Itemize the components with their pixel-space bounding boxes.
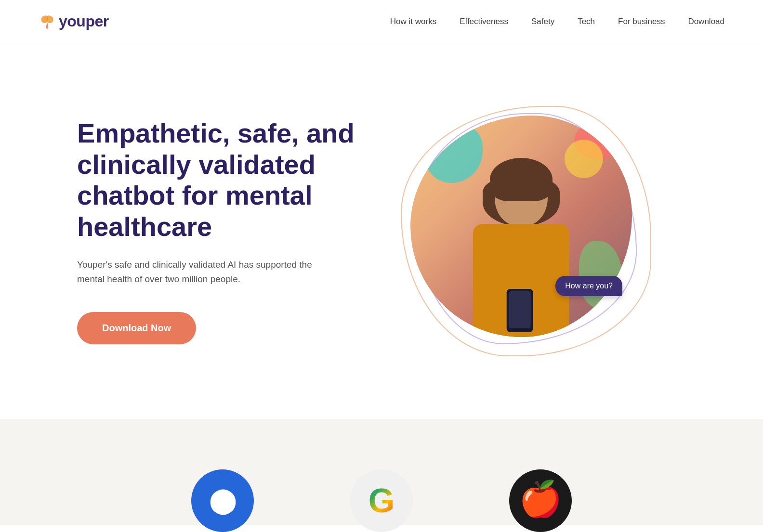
partner-logo-apple: 🍎 xyxy=(509,469,572,532)
nav-item-for-business[interactable]: For business xyxy=(618,17,665,26)
nav-link-how-it-works[interactable]: How it works xyxy=(390,17,436,26)
partner-logo-google: G xyxy=(350,469,413,532)
hero-image-area: How are you? xyxy=(366,96,686,366)
nav-item-safety[interactable]: Safety xyxy=(531,17,554,26)
hero-content: Empathetic, safe, and clinically validat… xyxy=(77,118,366,344)
logo[interactable]: youper xyxy=(39,13,109,30)
download-now-button[interactable]: Download Now xyxy=(77,312,196,344)
brand-name: youper xyxy=(59,13,109,30)
hero-image xyxy=(410,116,632,337)
google-g-icon: G xyxy=(368,481,395,520)
person-hair xyxy=(490,158,553,201)
nav-item-tech[interactable]: Tech xyxy=(578,17,595,26)
phone-screen xyxy=(509,291,531,328)
nav-link-tech[interactable]: Tech xyxy=(578,17,595,26)
hero-title: Empathetic, safe, and clinically validat… xyxy=(77,118,366,242)
nav-item-how-it-works[interactable]: How it works xyxy=(390,17,436,26)
blue-icon-symbol: ⬤ xyxy=(209,487,236,515)
nav-link-effectiveness[interactable]: Effectiveness xyxy=(460,17,508,26)
blob-container: How are you? xyxy=(410,116,642,347)
partner-logo-blue: ⬤ xyxy=(191,469,254,532)
chat-bubble: How are you? xyxy=(555,276,622,296)
nav-item-download[interactable]: Download xyxy=(688,17,724,26)
person-phone xyxy=(507,289,533,332)
nav-item-effectiveness[interactable]: Effectiveness xyxy=(460,17,508,26)
nav-links: How it works Effectiveness Safety Tech F… xyxy=(390,17,724,26)
woman-figure xyxy=(410,116,632,337)
person-illustration xyxy=(463,154,579,337)
youper-logo-icon xyxy=(39,13,56,30)
nav-link-download[interactable]: Download xyxy=(688,17,724,26)
bg-decoration-4 xyxy=(579,241,622,308)
partner-logos-section: ⬤ G 🍎 xyxy=(0,419,763,525)
hero-subtitle: Youper's safe and clinically validated A… xyxy=(77,258,328,287)
nav-link-for-business[interactable]: For business xyxy=(618,17,665,26)
hero-section: Empathetic, safe, and clinically validat… xyxy=(0,43,763,419)
apple-logo-icon: 🍎 xyxy=(519,481,562,516)
navbar: youper How it works Effectiveness Safety… xyxy=(0,0,763,43)
nav-link-safety[interactable]: Safety xyxy=(531,17,554,26)
